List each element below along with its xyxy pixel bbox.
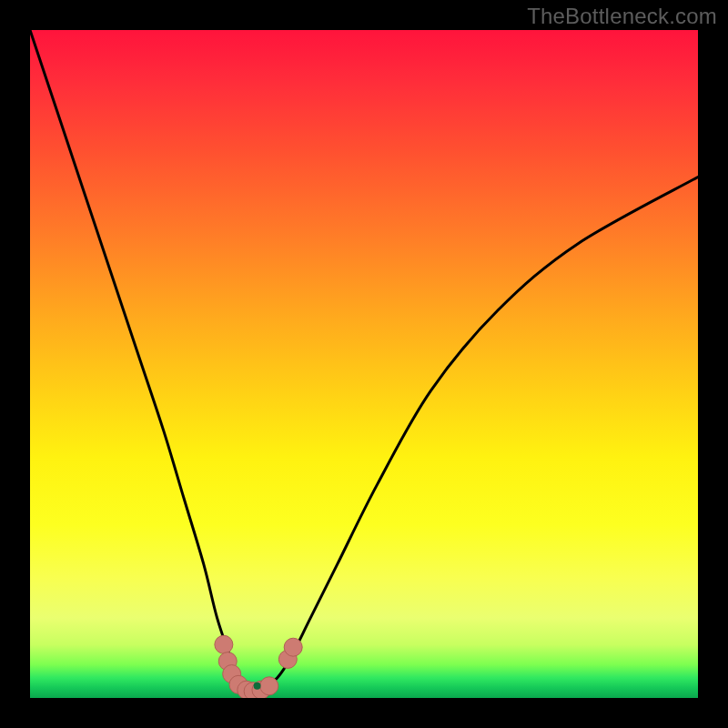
- marker-valley-right: [260, 677, 278, 695]
- marker-left-shoulder-top: [215, 635, 233, 653]
- watermark-text: TheBottleneck.com: [527, 4, 717, 29]
- bottleneck-curve-svg: [30, 30, 698, 698]
- gradient-plot-area: [30, 30, 698, 698]
- bottleneck-curve-path: [30, 30, 698, 692]
- optimum-point-marker: [254, 682, 261, 690]
- outer-frame: TheBottleneck.com: [0, 0, 728, 728]
- marker-right-shoulder-top: [284, 638, 302, 656]
